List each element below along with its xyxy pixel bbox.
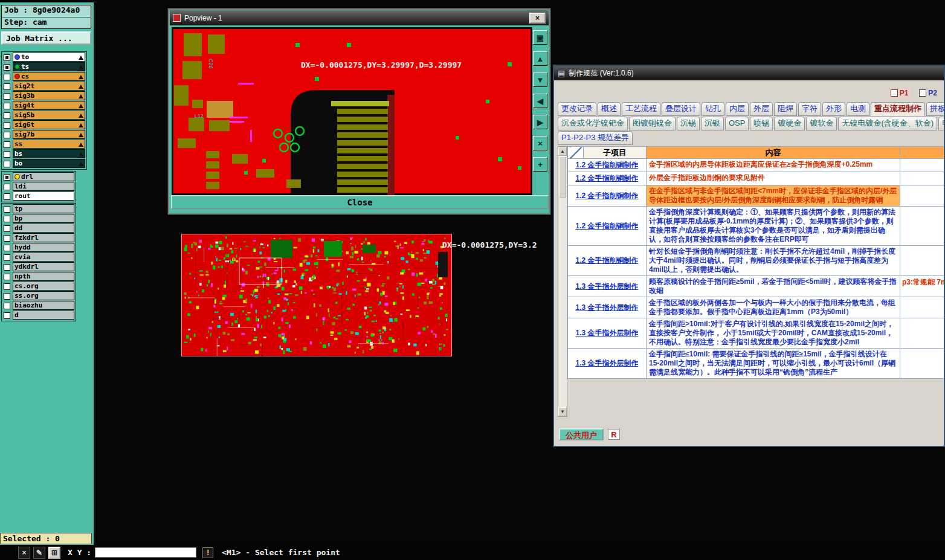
tab-镀软金[interactable]: 镀软金	[806, 117, 837, 130]
tab-电测[interactable]: 电测	[847, 102, 869, 116]
pan-up-icon[interactable]: ▲	[533, 51, 547, 66]
layer-row-sig7b[interactable]: sig7b	[2, 130, 85, 140]
layer-field[interactable]: bp	[13, 214, 74, 223]
layer-visibility-checkbox[interactable]	[4, 206, 10, 213]
layer-row-sig4t[interactable]: sig4t	[2, 101, 85, 111]
layer-visibility-checkbox[interactable]	[4, 174, 10, 181]
spec-row-subitem[interactable]: 1.2 金手指削铜制作	[568, 185, 647, 207]
layer-field[interactable]: biaozhu	[13, 301, 74, 310]
tab-沉锡[interactable]: 沉锡	[677, 117, 700, 130]
layer-visibility-checkbox[interactable]	[4, 312, 10, 319]
public-user-button[interactable]: 公共用户	[559, 428, 604, 440]
layer-row-ts[interactable]: ts	[2, 62, 85, 72]
center-view-icon[interactable]: +	[533, 157, 547, 172]
pan-down-icon[interactable]: ▼	[533, 72, 547, 87]
layer-visibility-checkbox[interactable]	[4, 283, 10, 290]
popview-canvas[interactable]: C26 L12 DX=-0.0001275,DY=3.29997,D=3.299…	[172, 27, 532, 195]
tab-沉金或化学镍钯金[interactable]: 沉金或化学镍钯金	[558, 117, 628, 130]
layer-field[interactable]: fzkdrl	[13, 233, 74, 242]
layer-visibility-checkbox[interactable]	[4, 83, 10, 90]
pan-left-icon[interactable]: ◀	[533, 94, 547, 108]
layer-field[interactable]: ydkdrl	[13, 262, 74, 271]
layer-row-tp[interactable]: tp	[2, 204, 74, 214]
layer-row-ss.org[interactable]: ss.org	[2, 291, 74, 301]
layer-visibility-checkbox[interactable]	[4, 264, 10, 271]
layer-field[interactable]: dd	[13, 224, 74, 233]
tab-镀硬金[interactable]: 镀硬金	[774, 117, 805, 130]
tab-内层[interactable]: 内层	[726, 102, 749, 116]
scrollbar-thumb[interactable]	[559, 156, 566, 198]
layer-visibility-checkbox[interactable]	[4, 64, 10, 71]
layer-row-cvia[interactable]: cvia	[2, 253, 74, 262]
layer-visibility-checkbox[interactable]	[4, 93, 10, 100]
cut-tool-icon[interactable]: ×	[18, 547, 30, 559]
tab-重点流程制作[interactable]: 重点流程制作	[871, 102, 925, 116]
layer-visibility-checkbox[interactable]	[4, 103, 10, 109]
tab-外层[interactable]: 外层	[750, 102, 773, 116]
checkbox-P1-icon[interactable]	[891, 89, 898, 97]
layer-visibility-checkbox[interactable]	[4, 303, 10, 309]
layer-row-sig5b[interactable]: sig5b	[2, 111, 85, 120]
spec-checkbox-P1[interactable]: P1	[889, 88, 911, 98]
snapshot-icon[interactable]: ▣	[533, 30, 547, 45]
layer-field[interactable]: sig3b	[13, 91, 85, 100]
spec-row-subitem[interactable]: 1.3 金手指外层制作	[568, 349, 647, 379]
layer-visibility-checkbox[interactable]	[4, 112, 10, 119]
layer-visibility-checkbox[interactable]	[4, 245, 10, 251]
layer-field[interactable]: to	[13, 53, 85, 62]
layer-field[interactable]: sig2t	[13, 82, 85, 91]
draw-tool-icon[interactable]: ✎	[33, 547, 45, 559]
r-button[interactable]: R	[608, 429, 620, 440]
tab-电镀[interactable]: 电镀	[938, 117, 944, 130]
tab-P1-P2-P3 规范差异[interactable]: P1-P2-P3 规范差异	[558, 131, 633, 145]
layer-field[interactable]: ss	[13, 140, 85, 149]
popview-close-button[interactable]: Close	[171, 195, 549, 209]
popview-close-icon[interactable]: ×	[529, 13, 546, 24]
layer-visibility-checkbox[interactable]	[4, 132, 10, 138]
spec-titlebar[interactable]: ▤ 制作规范 (Ver:1.0.6)	[554, 66, 944, 80]
layer-field[interactable]: ss.org	[13, 291, 74, 300]
layer-field[interactable]: tp	[13, 204, 74, 213]
layer-visibility-checkbox[interactable]	[4, 184, 10, 190]
layer-row-ydkdrl[interactable]: ydkdrl	[2, 262, 74, 272]
alert-icon[interactable]: !	[202, 547, 213, 558]
tab-沉银[interactable]: 沉银	[701, 117, 724, 130]
zoom-fit-icon[interactable]: ×	[533, 136, 547, 150]
layer-row-bp[interactable]: bp	[2, 214, 74, 224]
layer-field[interactable]: sig7b	[13, 130, 85, 139]
spec-row-subitem[interactable]: 1.3 金手指外层制作	[568, 297, 647, 318]
layer-row-drl[interactable]: drl	[2, 172, 74, 182]
scroll-up-icon[interactable]: ▲	[558, 147, 567, 156]
layer-field[interactable]: rout	[13, 191, 74, 201]
layer-row-fzkdrl[interactable]: fzkdrl	[2, 233, 74, 243]
tab-更改记录[interactable]: 更改记录	[558, 102, 596, 116]
tab-阻焊[interactable]: 阻焊	[774, 102, 797, 116]
tab-无镍电镀金(含硬金、软金)[interactable]: 无镍电镀金(含硬金、软金)	[838, 117, 937, 130]
job-matrix-button[interactable]: Job Matrix ...	[1, 31, 91, 45]
layer-row-ldi[interactable]: ldi	[2, 182, 74, 191]
spec-row-subitem[interactable]: 1.3 金手指外层制作	[568, 276, 647, 297]
layer-field[interactable]: bs	[13, 149, 85, 158]
layer-row-d[interactable]: d	[2, 311, 74, 320]
tab-OSP[interactable]: OSP	[725, 117, 749, 130]
spec-row-subitem[interactable]: 1.2 金手指削铜制作	[568, 172, 647, 185]
layer-row-ss[interactable]: ss	[2, 140, 85, 149]
layer-visibility-checkbox[interactable]	[4, 293, 10, 300]
layer-field[interactable]: ldi	[13, 182, 74, 191]
tab-字符[interactable]: 字符	[798, 102, 821, 116]
layer-row-biaozhu[interactable]: biaozhu	[2, 301, 74, 311]
spec-row-subitem[interactable]: 1.2 金手指削铜制作	[568, 159, 647, 172]
layer-field[interactable]: hydd	[13, 243, 74, 252]
pan-right-icon[interactable]: ▶	[533, 115, 547, 129]
layer-field[interactable]: cs.org	[13, 282, 74, 291]
layer-field[interactable]: cs	[13, 72, 85, 81]
grid-tool-icon[interactable]: ⊞	[48, 547, 60, 559]
layer-row-cs.org[interactable]: cs.org	[2, 282, 74, 291]
layer-visibility-checkbox[interactable]	[4, 235, 10, 242]
spec-row-subitem[interactable]: 1.3 金手指外层制作	[568, 318, 647, 349]
xy-input[interactable]	[95, 547, 196, 558]
tab-钻孔[interactable]: 钻孔	[701, 102, 724, 116]
tab-喷锡[interactable]: 喷锡	[750, 117, 773, 130]
layer-field[interactable]: drl	[13, 172, 74, 181]
layer-row-cs[interactable]: cs	[2, 72, 85, 82]
